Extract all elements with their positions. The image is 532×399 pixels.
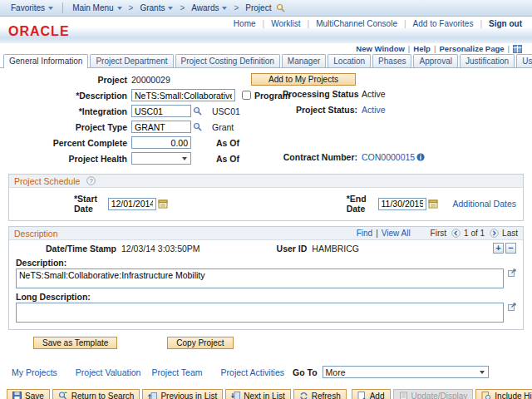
project-type-detail: Grant — [212, 122, 234, 132]
next-in-list-button[interactable]: Next in List — [225, 389, 290, 399]
description-textarea[interactable]: NeTS:Small:Collaborative:Infrastructure … — [16, 268, 504, 288]
tab-project-costing-definition[interactable]: Project Costing Definition — [175, 54, 280, 67]
breadcrumb-project[interactable]: Project — [241, 3, 289, 12]
user-id-label: User ID — [277, 244, 308, 254]
first-label: First — [431, 229, 446, 238]
sign-out-link[interactable]: Sign out — [482, 19, 527, 28]
end-date-input[interactable] — [378, 198, 426, 210]
project-label: Project — [8, 75, 131, 85]
lookup-icon[interactable] — [193, 106, 202, 116]
favorites-menu[interactable]: Favorites — [7, 3, 57, 12]
project-health-label: Project Health — [8, 154, 131, 164]
integration-input[interactable] — [131, 105, 191, 117]
favorites-label: Favorites — [11, 3, 45, 12]
refresh-icon — [299, 392, 308, 399]
copy-project-button[interactable]: Copy Project — [167, 337, 233, 349]
page-next-icon[interactable] — [490, 229, 499, 238]
project-health-select[interactable] — [131, 152, 191, 165]
chevron-down-icon — [182, 157, 187, 160]
tab-justification[interactable]: Justification — [460, 54, 515, 67]
tab-manager[interactable]: Manager — [282, 54, 326, 67]
end-date-label: *End Date — [347, 194, 378, 214]
description-header: Description Find | View All First 1 of 1… — [9, 227, 523, 240]
project-schedule-title: Project Schedule — [14, 176, 80, 186]
update-display-button: Update/Display — [393, 389, 474, 399]
update-display-icon — [399, 392, 408, 399]
add-icon — [357, 392, 367, 399]
page-previous-icon[interactable] — [451, 229, 461, 238]
return-to-search-icon — [58, 392, 68, 399]
add-to-favorites-link[interactable]: Add to Favorites — [406, 19, 480, 28]
breadcrumb-grants-label: Grants — [140, 3, 165, 12]
tab-project-department[interactable]: Project Department — [90, 54, 173, 67]
expand-field-icon[interactable] — [508, 268, 516, 277]
datetime-stamp-label: Date/Time Stamp — [46, 244, 116, 254]
find-link[interactable]: Find — [357, 229, 372, 238]
tab-location[interactable]: Location — [328, 54, 371, 67]
contract-number-link[interactable]: CON0000015 — [362, 152, 415, 162]
info-icon[interactable] — [416, 153, 425, 161]
breadcrumb: Favorites Main Menu > Grants > Awards > … — [0, 0, 532, 17]
description-section: Description Find | View All First 1 of 1… — [8, 226, 524, 330]
long-description-textarea[interactable] — [16, 303, 504, 323]
svg-text:?: ? — [90, 177, 93, 185]
additional-dates-link[interactable]: Additional Dates — [453, 199, 516, 209]
project-type-input[interactable] — [131, 121, 191, 133]
go-to-select[interactable]: More — [323, 366, 489, 378]
include-history-button[interactable]: Include History — [475, 389, 532, 399]
toolbar: Save Return to Search Previous in List N… — [7, 389, 524, 399]
personalize-page-link[interactable]: Personalize Page — [439, 44, 504, 53]
project-activities-link[interactable]: Project Activities — [221, 367, 284, 377]
multichannel-console-link[interactable]: MultiChannel Console — [309, 19, 404, 28]
integration-label: *Integration — [8, 106, 131, 116]
add-row-button[interactable]: + — [493, 243, 504, 254]
calendar-icon[interactable] — [428, 199, 438, 209]
help-link[interactable]: Help — [413, 44, 431, 53]
search-icon[interactable] — [276, 3, 285, 12]
worklist-link[interactable]: Worklist — [264, 19, 307, 28]
project-status-link[interactable]: Active — [362, 105, 386, 115]
chevron-down-icon — [117, 7, 122, 10]
program-checkbox[interactable] — [242, 91, 251, 100]
tab-approval[interactable]: Approval — [413, 54, 457, 67]
peoplesoft-project-page: Favorites Main Menu > Grants > Awards > … — [0, 0, 532, 399]
calendar-icon[interactable] — [158, 199, 168, 209]
add-to-my-projects-button[interactable]: Add to My Projects — [251, 73, 356, 86]
layout-grid-icon[interactable] — [513, 45, 522, 53]
start-date-input[interactable] — [108, 198, 156, 210]
expand-field-icon[interactable] — [508, 303, 516, 311]
save-button[interactable]: Save — [7, 389, 50, 399]
return-to-search-button[interactable]: Return to Search — [52, 389, 140, 399]
description-input[interactable] — [131, 89, 235, 101]
processing-status-value: Active — [362, 89, 386, 99]
chevron-down-icon — [480, 371, 485, 374]
breadcrumb-grants[interactable]: Grants — [135, 3, 177, 12]
previous-in-list-button[interactable]: Previous in List — [142, 389, 223, 399]
integration-detail: USC01 — [212, 106, 240, 116]
help-icon[interactable]: ? — [86, 176, 96, 185]
previous-in-list-label: Previous in List — [160, 392, 217, 399]
link-separator: | — [434, 44, 436, 53]
my-projects-link[interactable]: My Projects — [12, 367, 57, 377]
project-team-link[interactable]: Project Team — [151, 367, 202, 377]
view-all-link[interactable]: View All — [382, 229, 411, 238]
lookup-icon[interactable] — [193, 122, 202, 131]
add-label: Add — [370, 392, 385, 399]
tab-general-information[interactable]: General Information — [3, 54, 88, 68]
user-id-value: HAMBRICG — [312, 244, 359, 254]
home-link[interactable]: Home — [227, 19, 263, 28]
tab-phases[interactable]: Phases — [372, 54, 411, 67]
oracle-logo: ORACLE — [8, 24, 70, 39]
long-description-label: Long Description: — [16, 292, 516, 302]
new-window-link[interactable]: New Window — [356, 44, 405, 53]
save-as-template-button[interactable]: Save as Template — [33, 337, 117, 349]
project-valuation-link[interactable]: Project Valuation — [76, 367, 141, 377]
add-button[interactable]: Add — [352, 389, 391, 399]
breadcrumb-awards[interactable]: Awards — [187, 3, 231, 12]
refresh-button[interactable]: Refresh — [293, 389, 347, 399]
action-buttons: Save as Template Copy Project — [33, 337, 524, 349]
delete-row-button[interactable]: − — [505, 243, 516, 254]
main-menu[interactable]: Main Menu — [68, 3, 126, 12]
percent-complete-input[interactable] — [131, 136, 191, 149]
tab-user-fields[interactable]: User Fields — [516, 54, 532, 67]
